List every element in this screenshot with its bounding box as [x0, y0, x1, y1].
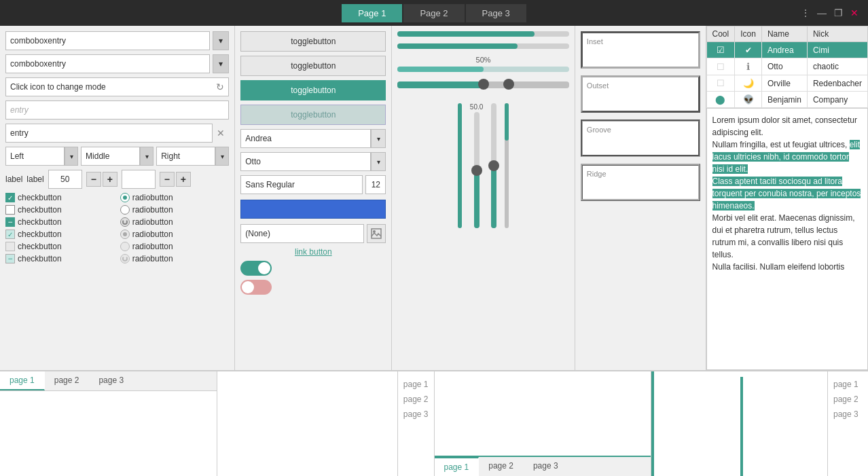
- tab-4-page1[interactable]: page 1: [828, 377, 864, 392]
- checkbox-3[interactable]: −: [5, 217, 15, 227]
- tab-1-page3[interactable]: page 3: [89, 371, 134, 390]
- titlebar-tab-1[interactable]: Page 1: [342, 4, 402, 22]
- radio-4[interactable]: [120, 230, 130, 239]
- titlebar-tab-3[interactable]: Page 3: [466, 4, 526, 22]
- tab-panel-2: page 1 page 2 page 3: [217, 371, 435, 476]
- v-slider-2-track[interactable]: [474, 112, 480, 228]
- entry-with-clear[interactable]: entry: [5, 124, 213, 143]
- link-button[interactable]: link button: [295, 247, 332, 257]
- tab-2-page2[interactable]: page 2: [398, 392, 434, 407]
- v-slider-3-track[interactable]: [491, 103, 496, 228]
- checkbox-5[interactable]: [5, 242, 15, 251]
- color-rect[interactable]: [240, 200, 386, 219]
- v-slider-1[interactable]: [458, 103, 462, 228]
- spin-minus-2[interactable]: −: [160, 172, 175, 187]
- radio-6[interactable]: [120, 254, 130, 263]
- spin-plus-1[interactable]: +: [103, 172, 117, 187]
- tab-3-page1[interactable]: page 1: [435, 457, 480, 476]
- combo-box-2[interactable]: comboboxentry: [5, 54, 210, 73]
- spin-box-2[interactable]: [122, 170, 156, 189]
- toggle-btn-3[interactable]: togglebutton: [240, 80, 386, 100]
- switch-1[interactable]: [240, 261, 272, 276]
- spin-box-1[interactable]: 50: [48, 170, 82, 189]
- tab-3-page2[interactable]: page 2: [479, 457, 524, 476]
- image-icon[interactable]: [367, 224, 386, 243]
- titlebar-tab-2[interactable]: Page 2: [403, 4, 464, 22]
- v-slider-4[interactable]: [505, 103, 509, 228]
- rb-item-5[interactable]: radiobutton: [120, 242, 230, 251]
- slider-4-thumb-left[interactable]: [478, 79, 489, 90]
- table-row[interactable]: ☐ 🌙 Orville Redenbacher: [706, 75, 867, 92]
- middle-combo-arrow[interactable]: ▾: [140, 147, 153, 166]
- checkbox-2[interactable]: [5, 205, 15, 215]
- cb-item-1[interactable]: ✓ checkbutton: [5, 193, 115, 202]
- slider-1-track[interactable]: [397, 31, 568, 37]
- radio-5[interactable]: [120, 242, 130, 251]
- cb-item-4[interactable]: ✓ checkbutton: [5, 230, 115, 239]
- slider-4-track[interactable]: [397, 81, 568, 88]
- right-combo[interactable]: Right: [156, 147, 215, 166]
- font-size-box[interactable]: 12: [365, 175, 386, 194]
- tab-4-page2[interactable]: page 2: [828, 392, 864, 407]
- toggle-btn-1[interactable]: togglebutton: [240, 31, 386, 52]
- table-row[interactable]: ☑ ✔ Andrea Cimi: [706, 42, 867, 58]
- spin-plus-2[interactable]: +: [176, 172, 191, 187]
- left-combo-arrow[interactable]: ▾: [65, 147, 78, 166]
- empty-entry[interactable]: entry: [5, 100, 229, 120]
- v-slider-2-thumb[interactable]: [471, 165, 482, 176]
- cb-item-5[interactable]: checkbutton: [5, 242, 115, 251]
- cb-item-6[interactable]: − checkbutton: [5, 254, 115, 263]
- close-icon[interactable]: ✕: [849, 7, 860, 18]
- left-combo[interactable]: Left: [5, 147, 65, 166]
- radio-3[interactable]: [120, 217, 130, 227]
- right-combo-arrow[interactable]: ▾: [215, 147, 229, 166]
- combo-arrow-1[interactable]: ▾: [213, 31, 229, 50]
- none-box[interactable]: (None): [240, 224, 364, 243]
- entry-with-icon[interactable]: Click icon to change mode ↻: [5, 77, 229, 96]
- cb-item-2[interactable]: checkbutton: [5, 205, 115, 215]
- tab-4-page3[interactable]: page 3: [828, 407, 864, 422]
- rb-item-4[interactable]: radiobutton: [120, 230, 230, 239]
- radio-2[interactable]: [120, 205, 130, 215]
- rb-label-5: radiobutton: [132, 242, 173, 251]
- cb-item-3[interactable]: − checkbutton: [5, 217, 115, 227]
- radio-1[interactable]: [120, 193, 130, 202]
- minimize-icon[interactable]: —: [816, 7, 827, 18]
- font-name-box[interactable]: Sans Regular: [240, 175, 363, 194]
- tab-2-page1[interactable]: page 1: [398, 377, 434, 392]
- rb-item-1[interactable]: radiobutton: [120, 193, 230, 202]
- dropdown-2[interactable]: Otto: [240, 152, 371, 171]
- cell-cool-1: ☑: [706, 42, 735, 58]
- dropdown-1[interactable]: Andrea: [240, 129, 371, 148]
- toggle-btn-2[interactable]: togglebutton: [240, 56, 386, 76]
- text-area[interactable]: Lorem ipsum dolor sit amet, consectetur …: [706, 108, 868, 370]
- slider-4-thumb-right[interactable]: [503, 79, 514, 90]
- slider-2-track[interactable]: [397, 43, 568, 49]
- rb-item-6[interactable]: radiobutton: [120, 254, 230, 263]
- checkbox-4[interactable]: ✓: [5, 230, 15, 239]
- spin-minus-1[interactable]: −: [86, 172, 101, 187]
- combo-box-1[interactable]: comboboxentry: [5, 31, 210, 50]
- tab-1-page2[interactable]: page 2: [45, 371, 90, 390]
- dropdown-2-arrow[interactable]: ▾: [371, 152, 386, 171]
- switch-2[interactable]: [240, 280, 272, 295]
- dropdown-1-arrow[interactable]: ▾: [371, 129, 386, 148]
- table-row[interactable]: ⬤ 👽 Benjamin Company: [706, 92, 867, 108]
- rb-item-2[interactable]: radiobutton: [120, 205, 230, 215]
- menu-icon[interactable]: ⋮: [800, 7, 811, 18]
- toggle-btn-4[interactable]: togglebutton: [240, 105, 386, 125]
- rb-item-3[interactable]: radiobutton: [120, 217, 230, 227]
- tab-1-page1[interactable]: page 1: [0, 371, 45, 390]
- slider-3-track[interactable]: [397, 67, 568, 72]
- checkbox-1[interactable]: ✓: [5, 193, 15, 202]
- clear-icon[interactable]: ✕: [213, 124, 229, 143]
- checkbox-6[interactable]: −: [5, 254, 15, 263]
- middle-combo[interactable]: Middle: [81, 147, 140, 166]
- maximize-icon[interactable]: ❐: [833, 7, 844, 18]
- combo-arrow-2[interactable]: ▾: [213, 54, 229, 73]
- v-slider-3-thumb[interactable]: [488, 160, 499, 171]
- tab-3-page3[interactable]: page 3: [524, 457, 568, 476]
- tab-2-page3[interactable]: page 3: [398, 407, 434, 422]
- refresh-icon[interactable]: ↻: [216, 81, 224, 92]
- table-row[interactable]: ☐ ℹ Otto chaotic: [706, 58, 867, 75]
